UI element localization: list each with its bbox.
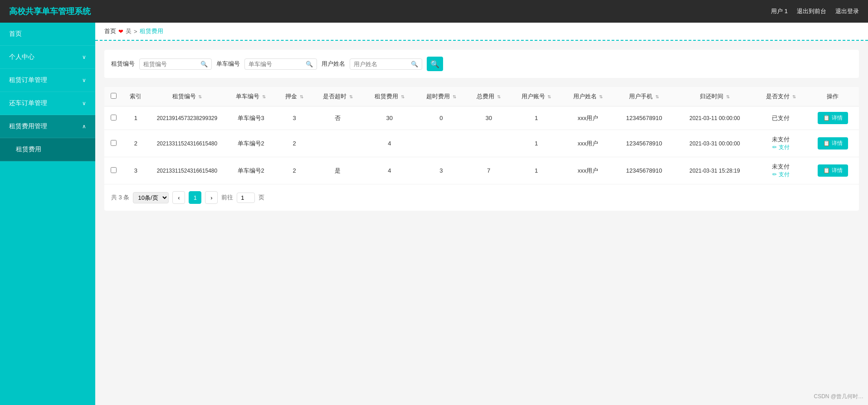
username-label: 用户姓名 [322, 60, 345, 68]
sort-icon[interactable]: ⇅ [497, 94, 501, 99]
table-header-row: 索引 租赁编号 ⇅ 单车编号 ⇅ 押金 ⇅ 是否超时 ⇅ 租赁费用 ⇅ 超时费用… [104, 87, 859, 106]
cell-is-overtime [312, 130, 364, 157]
sort-icon[interactable]: ⇅ [655, 94, 659, 99]
sort-icon[interactable]: ⇅ [792, 94, 796, 99]
page-label: 页 [258, 193, 264, 202]
detail-button[interactable]: 📋 详情 [818, 137, 848, 149]
logout-btn[interactable]: 退出登录 [835, 7, 859, 15]
detail-button[interactable]: 📋 详情 [818, 112, 848, 124]
sort-icon[interactable]: ⇅ [599, 94, 603, 99]
search-bar: 租赁编号 🔍 单车编号 🔍 用户姓名 🔍 🔍 [104, 50, 859, 78]
pagination: 共 3 条 10条/页 20条/页 50条/页 ‹ 1 › 前往 页 [104, 184, 859, 211]
col-user-account: 用户账号 ⇅ [511, 87, 562, 106]
select-all-col [104, 87, 122, 106]
rental-no-input-wrap: 🔍 [139, 58, 212, 70]
paid-status: 已支付 [772, 115, 790, 121]
header: 高校共享单车管理系统 用户 1 退出到前台 退出登录 [0, 0, 868, 23]
col-index: 索引 [122, 87, 149, 106]
col-bike-no: 单车编号 ⇅ [225, 87, 277, 106]
col-is-overtime: 是否超时 ⇅ [312, 87, 364, 106]
back-to-front-btn[interactable]: 退出到前台 [797, 7, 826, 15]
next-page-btn[interactable]: › [205, 191, 218, 204]
sidebar-item-home[interactable]: 首页 [0, 23, 95, 46]
cell-rental-no: 20213914573238299329 [149, 106, 225, 130]
cell-return-time: 2021-03-11 00:00:00 [674, 106, 755, 130]
cell-bike-no: 单车编号3 [225, 106, 277, 130]
table-row: 2 20213311524316615480 单车编号2 2 4 1 xxx用户… [104, 130, 859, 157]
total-count: 共 3 条 [111, 193, 129, 202]
cell-index: 1 [122, 106, 149, 130]
sort-icon[interactable]: ⇅ [349, 94, 353, 99]
watermark: CSDN @曾几何时… [814, 393, 863, 400]
goto-page-input[interactable] [237, 193, 255, 203]
sidebar-item-rental-orders[interactable]: 租赁订单管理 ∨ [0, 69, 95, 92]
cell-total-fee: 30 [467, 106, 511, 130]
sort-icon[interactable]: ⇅ [453, 94, 456, 99]
layout: 首页 个人中心 ∨ 租赁订单管理 ∨ 还车订单管理 ∨ 租赁费用管理 ∧ 租赁费… [0, 23, 868, 405]
prev-page-btn[interactable]: ‹ [172, 191, 185, 204]
username-input[interactable] [354, 61, 411, 68]
bike-no-input-wrap: 🔍 [244, 58, 317, 70]
main: 首页 ❤ 吴 > 租赁费用 租赁编号 🔍 单车编号 🔍 用户姓名 [95, 23, 868, 405]
search-button[interactable]: 🔍 [427, 57, 443, 71]
sort-icon[interactable]: ⇅ [401, 94, 405, 99]
cell-deposit: 2 [277, 130, 312, 157]
cell-user-phone: 12345678910 [614, 130, 674, 157]
rental-no-input[interactable] [143, 61, 200, 68]
breadcrumb-sep2: > [134, 28, 137, 35]
cell-overtime-fee: 3 [415, 157, 467, 184]
sidebar-item-label: 租赁费用 [16, 145, 41, 154]
header-actions: 用户 1 退出到前台 退出登录 [771, 7, 859, 15]
detail-button[interactable]: 📋 详情 [818, 164, 848, 177]
cell-is-paid: 未支付 ✏ 支付 [755, 157, 807, 184]
bike-no-search-icon: 🔍 [306, 61, 313, 68]
col-deposit: 押金 ⇅ [277, 87, 312, 106]
pay-button[interactable]: ✏ 支付 [772, 171, 789, 178]
sidebar-item-return-orders[interactable]: 还车订单管理 ∨ [0, 92, 95, 115]
select-all-checkbox[interactable] [111, 93, 117, 99]
breadcrumb-current: 租赁费用 [140, 27, 163, 35]
cell-bike-no: 单车编号2 [225, 157, 277, 184]
row-checkbox-cell [104, 157, 122, 184]
col-is-paid: 是否支付 ⇅ [755, 87, 807, 106]
bike-no-input[interactable] [249, 61, 306, 68]
cell-is-paid: 已支付 [755, 106, 807, 130]
current-page-indicator: 1 [189, 191, 201, 204]
col-username: 用户姓名 ⇅ [562, 87, 614, 106]
row-checkbox-cell [104, 106, 122, 130]
sidebar-item-label: 个人中心 [9, 53, 34, 61]
cell-deposit: 2 [277, 157, 312, 184]
cell-user-account: 1 [511, 157, 562, 184]
sort-icon[interactable]: ⇅ [262, 94, 266, 99]
table-row: 1 20213914573238299329 单车编号3 3 否 30 0 30… [104, 106, 859, 130]
sort-icon[interactable]: ⇅ [198, 94, 202, 99]
cell-overtime-fee: 0 [415, 106, 467, 130]
sidebar-item-rental-fee[interactable]: 租赁费用 [0, 138, 95, 161]
cell-total-fee: 7 [467, 157, 511, 184]
sort-icon[interactable]: ⇅ [726, 94, 730, 99]
cell-rental-fee: 30 [364, 106, 415, 130]
cell-return-time: 2021-03-31 00:00:00 [674, 130, 755, 157]
chevron-down-icon: ∨ [82, 54, 86, 60]
per-page-select[interactable]: 10条/页 20条/页 50条/页 [133, 192, 169, 203]
col-action: 操作 [807, 87, 859, 106]
cell-user-phone: 12345678910 [614, 157, 674, 184]
goto-label: 前往 [221, 193, 233, 202]
row-checkbox[interactable] [111, 140, 117, 146]
cell-is-overtime: 是 [312, 157, 364, 184]
sort-icon[interactable]: ⇅ [547, 94, 551, 99]
row-checkbox[interactable] [111, 167, 117, 173]
breadcrumb-user: 吴 [126, 27, 132, 35]
cell-overtime-fee [415, 130, 467, 157]
sidebar-item-rental-fee-mgmt[interactable]: 租赁费用管理 ∧ [0, 115, 95, 138]
col-user-phone: 用户手机 ⇅ [614, 87, 674, 106]
breadcrumb-home[interactable]: 首页 [104, 27, 116, 35]
sort-icon[interactable]: ⇅ [300, 94, 303, 99]
sidebar-item-personal[interactable]: 个人中心 ∨ [0, 46, 95, 69]
col-total-fee: 总费用 ⇅ [467, 87, 511, 106]
paid-status: 未支付 [759, 135, 803, 144]
row-checkbox[interactable] [111, 115, 117, 121]
pay-button[interactable]: ✏ 支付 [772, 144, 789, 151]
cell-return-time: 2021-03-31 15:28:19 [674, 157, 755, 184]
cell-username: xxx用户 [562, 106, 614, 130]
